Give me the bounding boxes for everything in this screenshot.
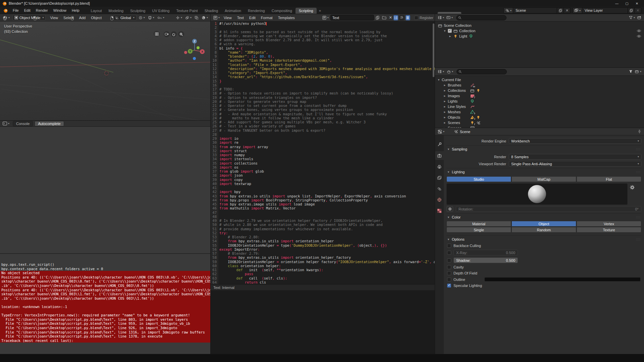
x-ray--checkbox[interactable] bbox=[447, 251, 451, 255]
blend-file-display-mode-icon[interactable]: ▾ bbox=[445, 69, 454, 74]
blend-file-search-input[interactable] bbox=[457, 69, 507, 74]
info-error-line[interactable]: TypeError: VertexIntProperties.new(): re… bbox=[0, 313, 211, 317]
properties-tab-render[interactable] bbox=[435, 151, 444, 160]
outliner-item-label[interactable]: Collection bbox=[459, 29, 475, 33]
info-error-line[interactable]: File "C:\Users\joanr\Desktop\scrript.py.… bbox=[0, 326, 211, 330]
backface-culling-checkbox[interactable] bbox=[447, 244, 451, 248]
outliner-row-collection[interactable]: ▼Collection bbox=[435, 28, 644, 34]
blend-file-item-label[interactable]: Line Styles bbox=[448, 105, 469, 109]
close-button[interactable]: ✕ bbox=[632, 0, 642, 7]
outliner-blend-file[interactable]: ▾ ▾ ▾ ▼Current File►Brushes44►Collection… bbox=[435, 68, 644, 128]
blend-file-item-label[interactable]: Brushes bbox=[448, 83, 469, 87]
view-layer-icon[interactable]: ▾ bbox=[573, 8, 582, 13]
panel-color[interactable]: ▼Color:::: bbox=[446, 213, 641, 221]
text-editor[interactable]: ▾ ViewTextEditFormatTemplates ▾ Text ✕ R… bbox=[211, 14, 435, 354]
pivot-point-icon[interactable]: ▾ bbox=[138, 15, 146, 20]
workspace-tab-sculpting[interactable]: Sculpting bbox=[127, 8, 149, 14]
viewport-menu-object[interactable]: Object bbox=[88, 15, 104, 20]
depth-of-field-checkbox[interactable] bbox=[447, 271, 451, 275]
blend-file-item-label[interactable]: Objects bbox=[448, 115, 469, 119]
properties-tab-scene[interactable] bbox=[435, 184, 444, 193]
info-error-line[interactable] bbox=[0, 300, 211, 305]
viewport-camera-icon[interactable] bbox=[164, 31, 170, 37]
specular-lighting-checkbox[interactable] bbox=[447, 284, 451, 288]
disclosure-icon[interactable]: ► bbox=[443, 105, 446, 108]
workspace-tab-modeling[interactable]: Modeling bbox=[105, 8, 127, 14]
lighting-mode-flat[interactable]: Flat bbox=[577, 176, 641, 182]
text-new-copy-icon[interactable] bbox=[375, 15, 380, 20]
outline-checkbox[interactable] bbox=[447, 278, 451, 282]
outliner-display-mode-icon[interactable]: ▾ bbox=[445, 15, 454, 20]
blend-file-collection-icon[interactable]: ▾ bbox=[634, 69, 642, 74]
menubar-item-edit[interactable]: Edit bbox=[21, 8, 33, 13]
workspace-tab-scripting[interactable]: Scripting bbox=[296, 8, 317, 14]
editor-type-console-icon[interactable]: ▾ bbox=[2, 121, 10, 126]
properties-tab-world[interactable] bbox=[435, 195, 444, 204]
viewport-menu-select[interactable]: Select bbox=[61, 15, 76, 20]
info-error-line[interactable]: .ib', 'C:\\Users\\joanr\\Desktop\\charac… bbox=[0, 284, 211, 288]
blend-file-item-label[interactable]: Lights bbox=[448, 99, 469, 103]
gizmo-x-axis[interactable]: X bbox=[200, 49, 205, 54]
viewport-menu-view[interactable]: View bbox=[47, 15, 61, 20]
show-gizmo-icon[interactable]: ▾ bbox=[175, 15, 183, 20]
mode-dropdown[interactable]: Object Mode▾ bbox=[12, 15, 46, 20]
scene-selector[interactable]: ▾ Scene ✕ bbox=[503, 7, 571, 13]
syntax-highlight-toggle-icon[interactable] bbox=[406, 15, 410, 20]
info-error-line[interactable]: Traceback (most recent call last): bbox=[0, 339, 211, 343]
cavity-checkbox[interactable] bbox=[447, 265, 451, 269]
gizmo-z-axis[interactable]: Z bbox=[192, 39, 197, 44]
color-mode-material[interactable]: Material bbox=[446, 221, 511, 227]
info-error-line[interactable]: File "C:\Users\joanr\Desktop\scrript.py.… bbox=[0, 330, 211, 335]
menubar-item-render[interactable]: Render bbox=[33, 8, 51, 13]
info-error-line[interactable]: sktop\\character bueno\\HON_COS_003\\1.f… bbox=[0, 292, 211, 296]
outline-color-swatch[interactable] bbox=[484, 277, 641, 282]
outliner-scene[interactable]: ▾ ▾ ▾ Scene Collection▼Collection►Light bbox=[435, 14, 644, 68]
blend-file-item-label[interactable]: Images bbox=[448, 94, 469, 98]
outliner-row-light[interactable]: ►Light bbox=[435, 34, 644, 39]
viewport-zoom-icon[interactable] bbox=[178, 31, 184, 37]
disclosure-icon[interactable]: ► bbox=[443, 100, 446, 103]
gizmo-pos-y-dot[interactable] bbox=[197, 46, 200, 49]
properties-tab-texture[interactable] bbox=[435, 206, 444, 215]
workspace-add-button[interactable]: + bbox=[317, 8, 323, 14]
workspace-tab-rendering[interactable]: Rendering bbox=[245, 8, 268, 14]
info-log-line[interactable]: bpy.context.space_data.recent_folders_ac… bbox=[0, 267, 211, 271]
world-space-lighting-icon[interactable] bbox=[446, 206, 453, 212]
info-error-line[interactable]: location: <unknown location>:-1 bbox=[0, 305, 211, 309]
proportional-editing-icon[interactable]: ▾ bbox=[156, 15, 165, 20]
blend-file-row-collections[interactable]: ►Collections bbox=[435, 88, 644, 93]
disclosure-icon[interactable]: ► bbox=[448, 35, 452, 38]
text-menu-view[interactable]: View bbox=[221, 15, 234, 20]
info-error-line[interactable]: File "C:\Users\joanr\Desktop\scrript.py.… bbox=[0, 317, 211, 322]
navigation-gizmo[interactable]: Z X Y bbox=[184, 36, 205, 60]
workspace-tab-animation[interactable]: Animation bbox=[221, 8, 245, 14]
outliner-item-label[interactable]: Light bbox=[459, 34, 467, 38]
transform-orientation-dropdown[interactable]: Global▾ bbox=[113, 15, 137, 20]
register-checkbox[interactable] bbox=[414, 16, 418, 20]
viewport-canvas[interactable]: User Perspective (93) Collection Z X Y bbox=[0, 21, 211, 121]
info-log[interactable]: bpy.ops.text.run_script()bpy.context.spa… bbox=[0, 254, 211, 354]
outliner-row-scene-collection[interactable]: Scene Collection bbox=[435, 23, 644, 28]
new-collection-icon[interactable] bbox=[636, 15, 642, 20]
pin-icon[interactable] bbox=[637, 129, 642, 134]
view-layer-delete-icon[interactable]: ✕ bbox=[634, 8, 641, 13]
shading-mode-icon[interactable]: ▾ bbox=[201, 15, 209, 20]
disclosure-icon[interactable]: ► bbox=[443, 121, 446, 124]
overlays-icon[interactable]: ▾ bbox=[184, 15, 193, 20]
properties-editor[interactable]: ▾ Scene Render Engine Workbench▾ ▼Sampli… bbox=[435, 128, 644, 354]
view-layer-selector[interactable]: ▾ View Layer ✕ bbox=[573, 7, 641, 13]
disclosure-icon[interactable]: ▼ bbox=[443, 29, 446, 33]
blend-file-row-meshes[interactable]: ►Meshes5 bbox=[435, 109, 644, 115]
panel-lighting[interactable]: ▼Lighting:::: bbox=[446, 168, 641, 175]
disclosure-icon[interactable]: ► bbox=[443, 84, 446, 87]
eye-icon[interactable] bbox=[637, 29, 641, 33]
snap-magnet-icon[interactable]: ▾ bbox=[147, 15, 155, 20]
minimize-button[interactable]: — bbox=[612, 0, 622, 7]
view-layer-copy-icon[interactable] bbox=[628, 8, 634, 13]
workspace-tab-layout[interactable]: Layout bbox=[88, 8, 105, 14]
blend-file-item-label[interactable]: Collections bbox=[448, 88, 469, 93]
blend-file-item-label[interactable]: Meshes bbox=[448, 110, 469, 114]
workspace-tab-texture-paint[interactable]: Texture Paint bbox=[173, 8, 201, 14]
viewport-3d[interactable]: ▾ Object Mode▾ ViewSelectAddObject Globa… bbox=[0, 14, 211, 121]
menubar-item-window[interactable]: Window bbox=[51, 8, 69, 13]
